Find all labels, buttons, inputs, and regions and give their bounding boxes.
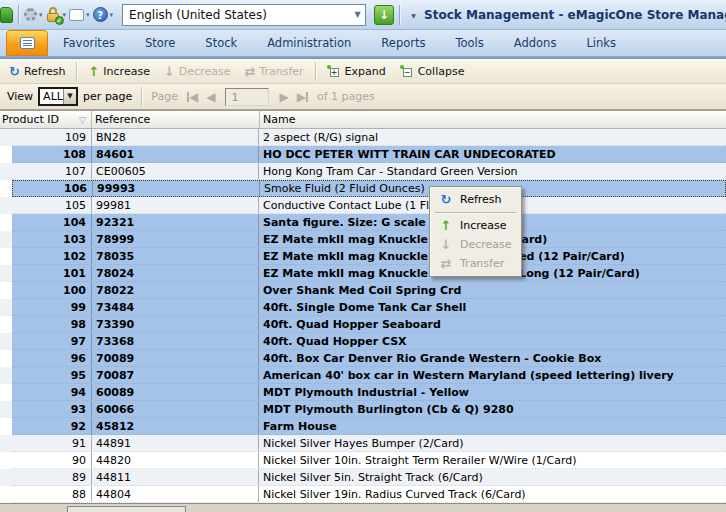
cell-product-id[interactable]: 98 [12,316,92,332]
cell-reference[interactable]: 60066 [92,401,259,417]
chevron-down-icon[interactable]: ▾ [110,11,114,19]
menu-administration[interactable]: Administration [252,30,366,56]
cell-product-id[interactable]: 96 [12,350,92,366]
cell-product-id[interactable]: 91 [12,435,92,451]
per-page-select[interactable]: ALL ▼ [38,87,78,106]
cell-product-id[interactable]: 97 [12,333,92,349]
table-row[interactable]: 10492321Santa figure. Size: G scale [0,214,726,231]
cell-reference[interactable]: 44811 [92,469,259,485]
refresh-button[interactable]: ↻ Refresh [2,63,72,80]
cell-name[interactable]: MDT Plymouth Industrial - Yellow [259,384,726,400]
cell-reference[interactable]: 78024 [92,265,259,281]
cell-name[interactable]: Farm House [259,418,726,434]
cell-product-id[interactable]: 100 [12,282,92,298]
column-header-name[interactable]: Name [260,111,726,128]
chevron-down-icon[interactable]: ▼ [350,10,365,19]
table-row[interactable]: 9570087American 40' box car in Western M… [0,367,726,384]
cell-product-id[interactable]: 101 [12,265,92,281]
cell-product-id[interactable]: 93 [12,401,92,417]
column-header-reference[interactable]: Reference [92,111,260,128]
context-menu-refresh[interactable]: ↻ Refresh [432,190,519,209]
table-row[interactable]: 107CE00605Hong Kong Tram Car - Standard … [0,163,726,180]
table-row[interactable]: 8844804Nickel Silver 19in. Radius Curved… [0,486,726,503]
table-row[interactable]: 10884601HO DCC PETER WITT TRAIN CAR UNDE… [0,146,726,163]
cell-product-id[interactable]: 102 [12,248,92,264]
cell-name[interactable]: Nickel Silver 19in. Radius Curved Track … [259,486,726,502]
cell-reference[interactable]: 73484 [92,299,259,315]
cell-product-id[interactable]: 92 [12,418,92,434]
cell-name[interactable]: 40ft. Quad Hopper CSX [259,333,726,349]
cell-name[interactable]: Nickel Silver 5in. Straight Track (6/Car… [259,469,726,485]
menu-links[interactable]: Links [571,30,631,56]
cell-reference[interactable]: 60089 [92,384,259,400]
table-row[interactable]: 10178024EZ Mate mkII mag Knuckle Center … [0,265,726,282]
context-menu-increase[interactable]: ↑ Increase [432,216,519,235]
column-header-product-id[interactable]: Product ID ▽ [0,111,92,128]
help-icon[interactable]: ? [93,7,108,22]
cell-product-id[interactable]: 89 [12,469,92,485]
cell-name[interactable]: 2 aspect (R/G) signal [259,129,726,145]
cell-reference[interactable]: 99993 [93,181,260,196]
cell-reference[interactable]: 84601 [92,146,259,162]
expand-button[interactable]: + Expand [320,63,393,80]
security-lock-icon[interactable]: ✓ [46,7,61,23]
table-row[interactable]: 987339040ft. Quad Hopper Seaboard [0,316,726,333]
pin-collapse-icon[interactable]: ▼ [409,8,418,21]
table-row[interactable]: 10599981Conductive Contact Lube (1 Fluid… [0,197,726,214]
increase-button[interactable]: ↑ Increase [81,63,156,80]
cell-product-id[interactable]: 107 [12,163,92,179]
cell-name[interactable]: 40ft. Quad Hopper Seaboard [259,316,726,332]
table-row[interactable]: 9144891Nickel Silver Hayes Bumper (2/Car… [0,435,726,452]
chevron-down-icon[interactable]: ▾ [86,11,90,19]
navigation-tab-active[interactable] [6,30,48,56]
cell-product-id[interactable]: 90 [12,452,92,468]
cell-name[interactable]: MDT Plymouth Burlington (Cb & Q) 9280 [259,401,726,417]
cell-name[interactable]: American 40' box car in Western Maryland… [259,367,726,383]
cell-reference[interactable]: 78999 [92,231,259,247]
cell-reference[interactable]: 92321 [92,214,259,230]
cell-reference[interactable]: 78035 [92,248,259,264]
cell-reference[interactable]: 44891 [92,435,259,451]
window-icon[interactable] [69,9,84,21]
menu-store[interactable]: Store [130,30,190,56]
table-row[interactable]: 10378999EZ Mate mkII mag Knuckle Mate Me… [0,231,726,248]
cell-reference[interactable]: 44820 [92,452,259,468]
table-row[interactable]: 977336840ft. Quad Hopper CSX [0,333,726,350]
cell-product-id[interactable]: 109 [12,129,92,145]
collapse-button[interactable]: − Collapse [393,63,472,80]
menu-reports[interactable]: Reports [366,30,440,56]
chevron-down-icon[interactable]: ▼ [63,89,76,104]
menu-addons[interactable]: Addons [499,30,572,56]
menu-favorites[interactable]: Favorites [48,30,130,56]
cell-reference[interactable]: 78022 [92,282,259,298]
cell-product-id[interactable]: 106 [13,181,93,196]
cell-name[interactable]: Over Shank Med Coil Spring Crd [259,282,726,298]
cell-product-id[interactable]: 108 [12,146,92,162]
page-number-input[interactable]: 1 [225,88,269,106]
cell-reference[interactable]: 70089 [92,350,259,366]
cell-name[interactable]: Nickel Silver 10in. Straight Term Rerail… [259,452,726,468]
settings-gear-icon[interactable] [24,8,37,21]
table-row[interactable]: 997348440ft. Single Dome Tank Car Shell [0,299,726,316]
table-row[interactable]: 9044820Nickel Silver 10in. Straight Term… [0,452,726,469]
language-selector[interactable]: English (United States) ▼ [122,4,366,26]
store-bag-icon[interactable] [0,7,13,23]
table-row[interactable]: 9360066MDT Plymouth Burlington (Cb & Q) … [0,401,726,418]
cell-name[interactable]: 40ft. Single Dome Tank Car Shell [259,299,726,315]
cell-product-id[interactable]: 99 [12,299,92,315]
cell-product-id[interactable]: 105 [12,197,92,213]
table-row[interactable]: 967008940ft. Box Car Denver Rio Grande W… [0,350,726,367]
cell-product-id[interactable]: 94 [12,384,92,400]
table-row[interactable]: 10278035EZ Mate mkII mag Knuckle Neck Sh… [0,248,726,265]
table-row[interactable]: 109BN282 aspect (R/G) signal [0,129,726,146]
cell-product-id[interactable]: 88 [12,486,92,502]
cell-reference[interactable]: 45812 [92,418,259,434]
table-row[interactable]: 9460089MDT Plymouth Industrial - Yellow [0,384,726,401]
cell-product-id[interactable]: 104 [12,214,92,230]
download-icon[interactable]: ↓ [374,5,394,25]
table-row[interactable]: 8944811Nickel Silver 5in. Straight Track… [0,469,726,486]
cell-name[interactable]: Nickel Silver Hayes Bumper (2/Card) [259,435,726,451]
cell-reference[interactable]: 70087 [92,367,259,383]
chevron-down-icon[interactable]: ▾ [39,11,43,19]
cell-name[interactable]: HO DCC PETER WITT TRAIN CAR UNDECORATED [259,146,726,162]
